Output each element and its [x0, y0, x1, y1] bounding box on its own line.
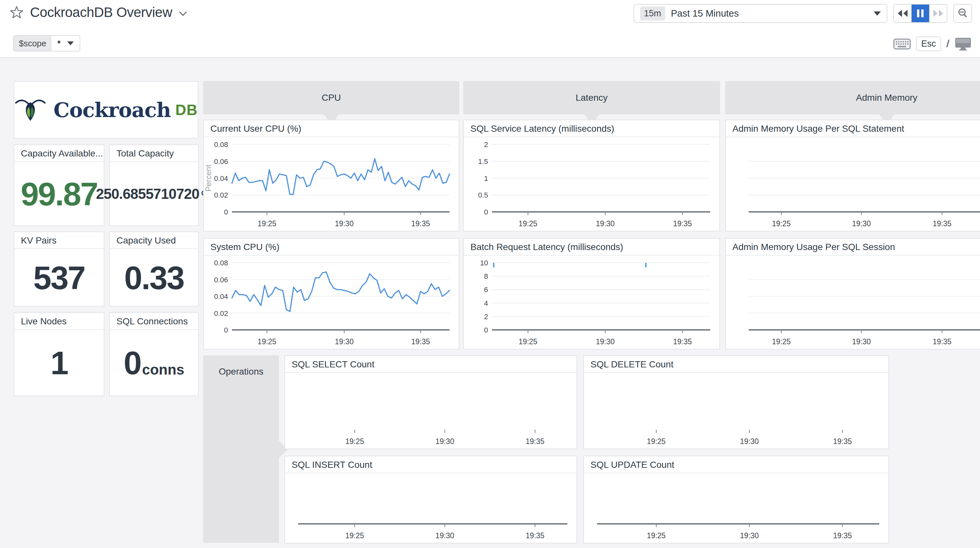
- svg-text:0: 0: [224, 208, 228, 216]
- time-controls: 15m Past 15 Minutes: [633, 4, 972, 23]
- svg-text:19:25: 19:25: [345, 531, 364, 540]
- svg-text:10: 10: [480, 259, 488, 267]
- shortcut-hints: Esc /: [893, 37, 972, 51]
- stat-card-sql-connections[interactable]: SQL Connections 0 conns: [109, 312, 199, 396]
- chart-title: Admin Memory Usage Per SQL Statement: [726, 120, 980, 137]
- chart-card-sql-service-latency[interactable]: SQL Service Latency (milliseconds) 00.51…: [463, 120, 720, 232]
- rewind-button[interactable]: [894, 5, 912, 22]
- stat-value: 99.87: [21, 175, 97, 213]
- stat-title: SQL Connections: [110, 313, 198, 330]
- group-label: CPU: [322, 92, 341, 103]
- svg-text:2: 2: [484, 140, 488, 149]
- page-title[interactable]: CockroachDB Overview: [30, 5, 172, 20]
- chart-title: SQL INSERT Count: [285, 456, 576, 473]
- chart-card-sql-insert-count[interactable]: SQL INSERT Count 19:2519:3019:35: [285, 456, 577, 543]
- chart-plot: 19:2519:3019:35: [726, 256, 980, 349]
- svg-text:19:25: 19:25: [647, 531, 666, 540]
- scope-variable-value[interactable]: *: [51, 36, 80, 51]
- chart-plot: 19:2519:3019:35: [726, 138, 980, 231]
- stat-card-capacity-used[interactable]: Capacity Used 0.33: [109, 232, 199, 307]
- chart-plot: 19:2519:3019:35: [285, 474, 576, 543]
- stat-value: 537: [33, 259, 85, 297]
- svg-text:0.04: 0.04: [214, 175, 228, 183]
- svg-text:0: 0: [484, 208, 488, 216]
- svg-text:19:35: 19:35: [673, 219, 692, 228]
- svg-text:19:25: 19:25: [519, 337, 538, 346]
- chart-title: SQL Service Latency (milliseconds): [464, 120, 719, 137]
- stat-title: Live Nodes: [14, 313, 104, 330]
- keyboard-icon[interactable]: [893, 38, 911, 50]
- svg-text:19:25: 19:25: [345, 437, 364, 446]
- svg-text:19:35: 19:35: [673, 337, 692, 346]
- slash-separator: /: [947, 38, 949, 50]
- forward-button[interactable]: [929, 5, 947, 22]
- svg-text:19:25: 19:25: [772, 219, 791, 228]
- playback-button-group: [893, 4, 947, 23]
- chart-plot: 19:2519:3019:35: [584, 474, 888, 543]
- template-variable-scope[interactable]: $scope *: [13, 35, 80, 51]
- group-header-operations[interactable]: Operations: [203, 355, 279, 543]
- chart-title: SQL SELECT Count: [285, 356, 576, 373]
- svg-text:8: 8: [484, 272, 488, 280]
- cockroach-bug-icon: [14, 95, 46, 125]
- group-header-latency[interactable]: Latency: [463, 81, 720, 114]
- stat-value: 0.33: [124, 259, 184, 297]
- chart-card-sql-delete-count[interactable]: SQL DELETE Count 19:2519:3019:35: [583, 355, 889, 449]
- chart-title: Batch Request Latency (milliseconds): [464, 238, 719, 256]
- dropdown-caret-icon: [67, 41, 74, 45]
- time-range-badge: 15m: [640, 6, 665, 21]
- top-bar: CockroachDB Overview 15m Past 15 Minutes: [0, 0, 980, 58]
- svg-text:19:25: 19:25: [258, 219, 277, 228]
- svg-text:0.08: 0.08: [214, 140, 228, 149]
- svg-text:19:30: 19:30: [596, 219, 615, 228]
- svg-text:19:35: 19:35: [933, 219, 951, 228]
- svg-text:4: 4: [484, 299, 488, 307]
- pause-button[interactable]: [912, 5, 929, 22]
- time-range-label: Past 15 Minutes: [671, 8, 868, 19]
- svg-text:19:35: 19:35: [525, 437, 544, 446]
- chart-card-admin-memory-statement[interactable]: Admin Memory Usage Per SQL Statement 19:…: [725, 120, 980, 232]
- zoom-out-button[interactable]: [953, 4, 972, 23]
- chart-card-sql-select-count[interactable]: SQL SELECT Count 19:2519:3019:35: [285, 355, 577, 449]
- svg-text:19:35: 19:35: [833, 531, 852, 540]
- time-range-selector[interactable]: 15m Past 15 Minutes: [633, 4, 887, 23]
- svg-text:19:30: 19:30: [596, 337, 615, 346]
- chart-title: SQL UPDATE Count: [584, 456, 888, 473]
- chart-plot: 00.511.5219:2519:3019:35: [464, 138, 719, 231]
- svg-text:19:30: 19:30: [335, 219, 354, 228]
- chart-plot: 19:2519:3019:35: [285, 373, 576, 449]
- stat-value: 0: [124, 344, 141, 382]
- group-header-cpu[interactable]: CPU: [203, 81, 459, 114]
- svg-text:19:25: 19:25: [519, 219, 538, 228]
- cockroachdb-logo-card[interactable]: Cockroach DB: [14, 81, 198, 138]
- chart-card-current-user-cpu[interactable]: Current User CPU (%) 00.020.040.060.0819…: [203, 120, 459, 232]
- svg-text:19:35: 19:35: [411, 337, 430, 346]
- stat-card-total-capacity[interactable]: Total Capacity 250.6855710720 GB: [109, 145, 199, 226]
- chart-card-batch-request-latency[interactable]: Batch Request Latency (milliseconds) 024…: [463, 238, 720, 349]
- svg-text:19:25: 19:25: [647, 437, 666, 446]
- stat-card-live-nodes[interactable]: Live Nodes 1: [14, 312, 104, 396]
- svg-text:19:25: 19:25: [772, 337, 791, 346]
- group-header-admin-memory[interactable]: Admin Memory: [725, 81, 980, 114]
- chart-title: Admin Memory Usage Per SQL Session: [726, 238, 980, 256]
- chart-card-system-cpu[interactable]: System CPU (%) 00.020.040.060.0819:2519:…: [203, 238, 459, 349]
- svg-text:0.5: 0.5: [478, 191, 488, 199]
- stat-card-kv-pairs[interactable]: KV Pairs 537: [14, 232, 104, 307]
- stat-title: Total Capacity: [110, 145, 198, 162]
- chart-card-admin-memory-session[interactable]: Admin Memory Usage Per SQL Session 19:25…: [725, 238, 980, 349]
- favorite-star-icon[interactable]: [10, 6, 24, 19]
- svg-text:1: 1: [484, 175, 488, 183]
- tv-mode-icon[interactable]: [955, 37, 972, 51]
- chart-plot: 00.020.040.060.0819:2519:3019:35: [204, 256, 459, 349]
- chart-plot: 19:2519:3019:35: [584, 373, 888, 449]
- chevron-down-icon[interactable]: [179, 11, 187, 17]
- stat-title: KV Pairs: [14, 232, 104, 249]
- chart-card-sql-update-count[interactable]: SQL UPDATE Count 19:2519:3019:35: [583, 456, 889, 543]
- stat-card-capacity-available[interactable]: Capacity Available... 99.87: [14, 145, 104, 226]
- svg-text:0.06: 0.06: [214, 276, 228, 284]
- svg-text:19:35: 19:35: [525, 531, 544, 540]
- svg-text:19:25: 19:25: [258, 337, 277, 346]
- scope-variable-name: $scope: [14, 36, 51, 51]
- svg-text:19:35: 19:35: [933, 337, 951, 346]
- chart-plot: 00.020.040.060.0819:2519:3019:35Percent: [204, 138, 459, 231]
